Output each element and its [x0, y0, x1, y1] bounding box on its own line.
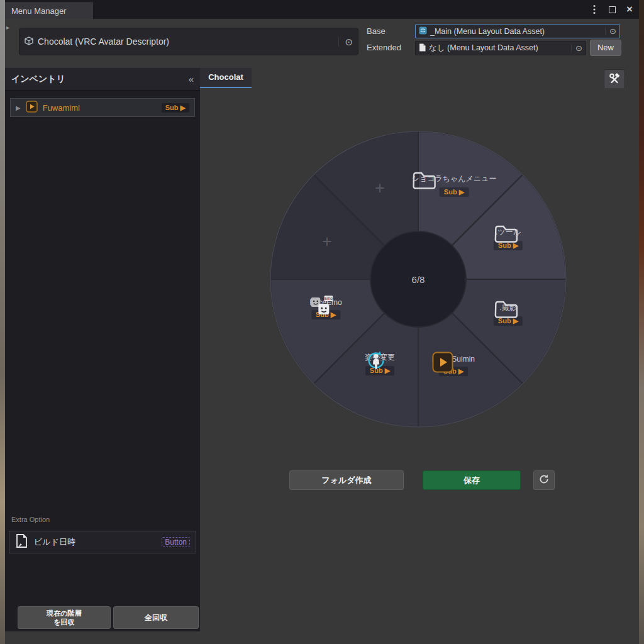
create-folder-button[interactable]: フォルダ作成 [289, 470, 404, 490]
desktop-background-left [0, 0, 5, 644]
sub-badge: Sub ▶ [162, 103, 189, 113]
collect-all-button[interactable]: 全回収 [113, 606, 199, 629]
avatar-cube-icon [25, 36, 33, 47]
window-title: Menu Manager [11, 6, 66, 16]
save-button[interactable]: 保存 [423, 470, 521, 490]
menu-slot-pose-change[interactable]: 姿勢変更 Sub ▶ [365, 349, 395, 375]
empty-slot-add[interactable]: + [375, 179, 385, 198]
avatar-field-value: Chocolat (VRC Avatar Descriptor) [38, 36, 169, 47]
tools-button[interactable] [604, 69, 625, 91]
header: ▸ Chocolat (VRC Avatar Descriptor) ⊙ Bas… [5, 19, 639, 68]
foldout-icon[interactable]: ▸ [6, 24, 9, 31]
document-icon [419, 43, 426, 53]
object-picker-icon[interactable]: ⊙ [605, 27, 616, 35]
menu-manager-window: Menu Manager × ▸ Chocolat (VRC Avatar De… [5, 0, 639, 644]
button-badge[interactable]: Button [162, 537, 190, 547]
refresh-button[interactable] [533, 470, 555, 490]
menu-slot-rbs-suimin[interactable]: RBS_Suimin Sub ▶ [432, 352, 475, 376]
build-doc-icon [15, 534, 28, 551]
inventory-item-label: Fuwamimi [43, 103, 80, 113]
main-tabstrip: Chocolat [200, 68, 639, 88]
collect-current-line2: を回収 [53, 618, 74, 626]
object-picker-icon[interactable]: ⊙ [571, 44, 582, 52]
menu-slot-faceemo[interactable]: Emo FaceEmo Sub ▶ [309, 295, 341, 319]
foldout-arrow-icon[interactable]: ▶ [16, 104, 21, 111]
window-menu-icon[interactable] [590, 4, 599, 15]
extended-label: Extended [367, 40, 401, 55]
desktop-background-right [639, 0, 644, 644]
menu-slot-camera[interactable]: .撮影 Sub ▶ [494, 299, 523, 326]
window-tab[interactable]: Menu Manager [5, 3, 93, 19]
menu-slot-tools[interactable]: .ツール Sub ▶ [494, 224, 523, 250]
radial-menu[interactable]: 6/8 ショコラちゃんメニュー Sub ▶ .ツール Sub ▶ [267, 128, 569, 430]
menu-slot-chocolat-menu[interactable]: ショコラちゃんメニュー Sub ▶ [412, 170, 497, 197]
slot-counter: 6/8 [412, 274, 425, 285]
svg-text:Emo: Emo [325, 296, 333, 301]
collect-current-level-button[interactable]: 現在の階層 を回収 [18, 606, 111, 629]
refresh-icon [539, 474, 549, 487]
build-date-row[interactable]: ビルド日時 Button [9, 531, 196, 553]
close-icon[interactable]: × [625, 4, 634, 15]
sidebar-title: インベントリ [11, 74, 65, 85]
play-icon [26, 101, 38, 115]
titlebar[interactable]: Menu Manager × [5, 0, 639, 19]
inventory-item-fuwamimi[interactable]: ▶ Fuwamimi Sub ▶ [10, 98, 195, 117]
collect-current-line1: 現在の階層 [47, 609, 81, 618]
extended-field-value: なし (Menu Layout Data Asset) [429, 43, 538, 53]
avatar-object-field[interactable]: Chocolat (VRC Avatar Descriptor) ⊙ [19, 28, 358, 55]
empty-slot-add[interactable]: + [322, 232, 332, 252]
extra-option-label: Extra Option [11, 516, 50, 523]
base-field-value: _Main (Menu Layout Data Asset) [430, 27, 545, 36]
maximize-icon[interactable] [608, 4, 616, 15]
build-date-label: ビルド日時 [34, 536, 75, 548]
base-asset-field[interactable]: _Main (Menu Layout Data Asset) ⊙ [415, 24, 620, 38]
object-picker-icon[interactable]: ⊙ [338, 37, 353, 47]
extended-asset-field[interactable]: なし (Menu Layout Data Asset) ⊙ [415, 41, 586, 55]
new-button[interactable]: New [590, 40, 621, 56]
collapse-sidebar-icon[interactable]: « [189, 74, 194, 84]
sidebar-header: インベントリ « [5, 68, 200, 91]
base-label: Base [367, 24, 386, 38]
tab-chocolat[interactable]: Chocolat [200, 68, 252, 88]
main-panel: 6/8 ショコラちゃんメニュー Sub ▶ .ツール Sub ▶ [200, 88, 639, 644]
asset-icon [419, 26, 427, 36]
wrench-icon [608, 72, 621, 87]
inventory-sidebar: インベントリ « ▶ Fuwamimi Sub ▶ Extra Option ビ… [5, 68, 201, 631]
sub-badge: Sub ▶ [440, 187, 469, 197]
